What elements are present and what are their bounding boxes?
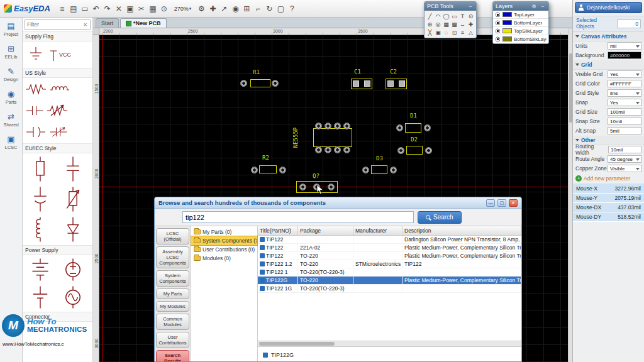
property-value[interactable]: line bbox=[608, 89, 641, 97]
property-value[interactable]: #000000 bbox=[608, 52, 641, 59]
measure-icon[interactable]: ⌐ bbox=[252, 4, 264, 13]
property-value[interactable]: 100mil bbox=[608, 108, 641, 116]
resistor-us-symbol[interactable] bbox=[24, 79, 48, 100]
through-hole-pad[interactable] bbox=[343, 146, 350, 153]
library-section-supply-flag[interactable]: Supply Flag bbox=[23, 31, 92, 41]
section-grid[interactable]: Grid bbox=[573, 60, 644, 70]
dialog-side-tab[interactable]: Search Results bbox=[156, 350, 189, 362]
visibility-eye-icon[interactable] bbox=[495, 12, 501, 18]
arc-icon[interactable]: ◠ bbox=[434, 12, 442, 20]
tree-item[interactable]: User Contributions (0) bbox=[191, 245, 257, 254]
through-hole-pad[interactable] bbox=[315, 146, 322, 153]
cut-icon[interactable]: ✂ bbox=[136, 4, 147, 13]
footprint-d3[interactable] bbox=[371, 165, 387, 174]
sidebar-item-parts[interactable]: ◉ Parts bbox=[6, 89, 17, 105]
smd-pad[interactable] bbox=[387, 80, 394, 87]
delete-icon[interactable]: ✕ bbox=[113, 4, 125, 13]
tab-start[interactable]: Start bbox=[96, 18, 119, 28]
menu-icon[interactable]: ≡ bbox=[57, 4, 68, 13]
search-button[interactable]: Search bbox=[418, 211, 462, 224]
pad-icon[interactable]: ⊕ bbox=[426, 20, 434, 28]
visibility-eye-icon[interactable] bbox=[495, 36, 501, 42]
diode-symbol[interactable] bbox=[57, 214, 89, 244]
undo-icon[interactable]: ↶ bbox=[91, 4, 102, 13]
variable-resistor-eu-symbol[interactable] bbox=[57, 184, 89, 214]
through-hole-pad[interactable] bbox=[328, 184, 335, 190]
dialog-side-tab[interactable]: Assembly LCSC Components bbox=[156, 246, 189, 268]
cell-symbol[interactable] bbox=[24, 283, 57, 311]
minimize-icon[interactable]: − bbox=[540, 4, 546, 9]
table-row[interactable]: TIP122 1.2 TO-220 STMicroelectronics TIP… bbox=[258, 260, 521, 268]
column-header[interactable]: Package bbox=[298, 226, 353, 235]
origin-cross-icon[interactable]: ✚ bbox=[207, 4, 218, 13]
dc-source-symbol[interactable] bbox=[57, 256, 89, 283]
folder-open-icon[interactable]: ▭ bbox=[79, 4, 91, 13]
table-row[interactable]: TIP122 TO-220 Plastic Medium-Power, Comp… bbox=[258, 252, 521, 260]
footprint-ne555p[interactable] bbox=[313, 128, 352, 147]
dialog-side-tab[interactable]: Common Modules bbox=[156, 314, 189, 330]
copper-area-icon[interactable]: ▦ bbox=[442, 20, 450, 28]
dialog-titlebar[interactable]: Browse and search hundreds of thousands … bbox=[155, 197, 521, 209]
library-section-eu-style[interactable]: EU/IEC Style bbox=[23, 143, 92, 153]
track-icon[interactable]: ╱ bbox=[426, 12, 434, 20]
ground-symbol[interactable] bbox=[24, 42, 48, 67]
table-row[interactable]: TIP122 221A-02 Plastic Medium-Power, Com… bbox=[258, 244, 521, 252]
easyeda-logo[interactable]: EasyEDA bbox=[4, 4, 50, 13]
gear-icon[interactable]: ⚙ bbox=[531, 4, 537, 9]
sidebar-item-project[interactable]: ▤ Project bbox=[4, 21, 18, 37]
settings-gear-icon[interactable]: ⚙ bbox=[196, 4, 207, 13]
user-account-button[interactable]: DejanNedelkovski bbox=[575, 2, 642, 13]
capacitor-symbol[interactable] bbox=[24, 100, 45, 121]
through-hole-pad[interactable] bbox=[362, 167, 369, 173]
polarized-capacitor-eu-symbol[interactable] bbox=[24, 184, 57, 214]
tab-new-pcb[interactable]: *New PCB bbox=[120, 18, 167, 28]
share-icon[interactable]: ↗ bbox=[218, 4, 230, 13]
footprint-d1[interactable] bbox=[405, 123, 421, 133]
search-input[interactable] bbox=[182, 211, 414, 223]
section-canvas-attributes[interactable]: Canvas Attributes bbox=[573, 32, 644, 41]
column-header[interactable]: Title(PartNO) bbox=[258, 226, 298, 235]
close-button[interactable]: ✕ bbox=[509, 199, 518, 207]
minimize-button[interactable]: — bbox=[486, 199, 495, 207]
text-icon[interactable]: T bbox=[458, 12, 467, 20]
tree-item[interactable]: Modules (0) bbox=[191, 254, 257, 263]
layer-row[interactable]: BottomSilkLayer bbox=[493, 35, 548, 43]
pcb-tools-header[interactable]: PCB Tools − bbox=[425, 2, 476, 11]
solid-region-icon[interactable]: ▩ bbox=[450, 20, 458, 28]
through-hole-pad[interactable] bbox=[334, 123, 341, 129]
trimmer-capacitor-symbol[interactable] bbox=[48, 121, 69, 143]
visibility-eye-icon[interactable] bbox=[495, 28, 501, 34]
via-icon[interactable]: ⊙ bbox=[467, 12, 475, 20]
filter-input[interactable] bbox=[25, 21, 80, 28]
smd-pad[interactable] bbox=[399, 80, 405, 87]
dialog-side-tab[interactable]: System Components bbox=[156, 270, 189, 287]
snapshot-icon[interactable]: ◉ bbox=[230, 4, 241, 13]
sidebar-item-shared[interactable]: ⇄ Shared bbox=[3, 112, 18, 128]
polarized-capacitor-symbol[interactable] bbox=[24, 121, 48, 143]
column-header[interactable]: Manufacturer bbox=[353, 226, 402, 235]
zoom-icon[interactable]: ⊙ bbox=[158, 4, 170, 13]
grid-settings-icon[interactable]: ⊞ bbox=[241, 4, 252, 13]
table-row[interactable]: TIP122G TO-220 Plastic Medium-Power, Com… bbox=[258, 277, 521, 285]
paste-icon[interactable]: ▦ bbox=[147, 4, 158, 13]
layer-row[interactable]: BottomLayer bbox=[493, 19, 548, 27]
resistor-eu-symbol[interactable] bbox=[24, 154, 57, 184]
visibility-eye-icon[interactable] bbox=[495, 20, 501, 26]
through-hole-pad[interactable] bbox=[425, 147, 432, 154]
clone-icon[interactable]: ▣ bbox=[125, 4, 136, 13]
dialog-side-tab[interactable]: LCSC (Official) bbox=[156, 228, 189, 244]
footprint-r2[interactable] bbox=[259, 165, 277, 173]
scrollbar-thumb[interactable] bbox=[259, 342, 335, 346]
property-value[interactable]: #FFFFFF bbox=[608, 80, 641, 87]
through-hole-pad[interactable] bbox=[299, 184, 306, 190]
layer-color-swatch[interactable] bbox=[502, 12, 512, 17]
footprint-d2[interactable] bbox=[406, 146, 423, 155]
window-icon[interactable]: ▢ bbox=[275, 4, 286, 13]
through-hole-pad[interactable] bbox=[396, 124, 403, 131]
table-horizontal-scrollbar[interactable] bbox=[258, 341, 521, 346]
canvas-vertical-scrollbar[interactable] bbox=[568, 28, 572, 362]
layers-header[interactable]: Layers ⚙ − bbox=[493, 2, 548, 11]
canvas-origin-icon[interactable]: ✚ bbox=[467, 20, 475, 28]
property-value[interactable]: 5mil bbox=[608, 127, 641, 134]
property-value[interactable]: mil bbox=[608, 42, 641, 50]
